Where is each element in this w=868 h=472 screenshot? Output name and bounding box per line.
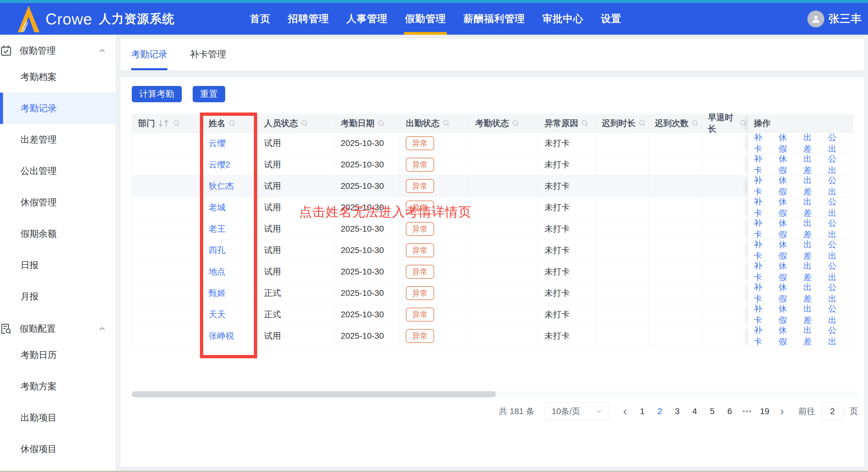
page-number-4[interactable]: 4 xyxy=(688,407,702,416)
action-link-出差[interactable]: 出差 xyxy=(804,239,819,262)
prev-page-button[interactable]: ‹ xyxy=(619,406,631,417)
page-number-3[interactable]: 3 xyxy=(670,407,684,416)
action-link-公出[interactable]: 公出 xyxy=(828,196,844,219)
page-number-2[interactable]: 2 xyxy=(653,407,666,416)
action-link-补卡[interactable]: 补卡 xyxy=(754,282,769,305)
nav-item-假勤管理[interactable]: 假勤管理 xyxy=(396,3,455,35)
nav-item-招聘管理[interactable]: 招聘管理 xyxy=(279,3,338,35)
action-link-休假[interactable]: 休假 xyxy=(778,239,794,262)
action-link-公出[interactable]: 公出 xyxy=(828,132,844,155)
action-link-出差[interactable]: 出差 xyxy=(804,196,819,219)
sidebar-item-考勤方案[interactable]: 考勤方案 xyxy=(0,371,116,402)
action-link-休假[interactable]: 休假 xyxy=(778,303,794,326)
action-link-休假[interactable]: 休假 xyxy=(778,282,794,305)
reset-button[interactable]: 重置 xyxy=(193,86,225,102)
action-link-补卡[interactable]: 补卡 xyxy=(754,153,769,176)
action-link-出差[interactable]: 出差 xyxy=(804,260,819,283)
column-header-考勤状态[interactable]: 考勤状态 xyxy=(469,114,538,133)
action-link-补卡[interactable]: 补卡 xyxy=(754,325,769,348)
action-link-补卡[interactable]: 补卡 xyxy=(754,217,769,240)
horizontal-scrollbar[interactable] xyxy=(132,391,859,397)
goto-page-input[interactable] xyxy=(821,402,844,420)
action-link-公出[interactable]: 公出 xyxy=(828,325,844,348)
action-link-补卡[interactable]: 补卡 xyxy=(754,260,769,283)
page-number-19[interactable]: 19 xyxy=(758,407,772,416)
tab-考勤记录[interactable]: 考勤记录 xyxy=(131,39,167,70)
column-header-姓名[interactable]: 姓名 xyxy=(203,114,258,133)
page-ellipsis[interactable]: ••• xyxy=(740,407,754,416)
action-link-休假[interactable]: 休假 xyxy=(778,260,794,283)
page-number-5[interactable]: 5 xyxy=(705,407,719,416)
action-link-公出[interactable]: 公出 xyxy=(828,239,844,262)
action-link-出差[interactable]: 出差 xyxy=(804,153,819,176)
sidebar-item-日报[interactable]: 日报 xyxy=(0,249,116,281)
action-link-休假[interactable]: 休假 xyxy=(778,175,794,198)
employee-name-link[interactable]: 老王 xyxy=(209,223,225,235)
action-link-补卡[interactable]: 补卡 xyxy=(754,196,769,219)
sidebar-item-假期余额[interactable]: 假期余额 xyxy=(0,218,116,249)
horizontal-scrollbar-thumb[interactable] xyxy=(132,391,496,397)
column-header-操作[interactable]: 操作 xyxy=(748,114,853,133)
action-link-公出[interactable]: 公出 xyxy=(828,282,844,305)
sidebar-group-假勤配置[interactable]: 假勤配置 xyxy=(0,318,116,339)
column-header-部门[interactable]: 部门 xyxy=(132,114,203,133)
employee-name-link[interactable]: 天天 xyxy=(209,309,225,320)
nav-item-首页[interactable]: 首页 xyxy=(241,3,279,35)
column-header-人员状态[interactable]: 人员状态 xyxy=(258,114,335,133)
column-header-早退时长[interactable]: 早退时长 xyxy=(702,114,748,133)
action-link-休假[interactable]: 休假 xyxy=(778,217,794,240)
sidebar-item-考勤日历[interactable]: 考勤日历 xyxy=(0,339,116,371)
action-link-出差[interactable]: 出差 xyxy=(804,325,819,348)
column-header-出勤状态[interactable]: 出勤状态 xyxy=(400,114,469,133)
nav-item-设置[interactable]: 设置 xyxy=(592,3,630,35)
action-link-补卡[interactable]: 补卡 xyxy=(754,175,769,198)
sidebar-item-休假项目[interactable]: 休假项目 xyxy=(0,433,116,465)
action-link-公出[interactable]: 公出 xyxy=(828,260,844,283)
vertical-scrollbar[interactable] xyxy=(864,35,868,472)
action-link-休假[interactable]: 休假 xyxy=(778,153,794,176)
column-header-考勤日期[interactable]: 考勤日期 xyxy=(335,114,400,133)
nav-item-薪酬福利管理[interactable]: 薪酬福利管理 xyxy=(455,3,534,35)
employee-name-link[interactable]: 狄仁杰 xyxy=(209,180,234,192)
employee-name-link[interactable]: 张峥税 xyxy=(209,330,234,342)
action-link-公出[interactable]: 公出 xyxy=(828,217,844,240)
nav-item-人事管理[interactable]: 人事管理 xyxy=(338,3,396,35)
employee-name-link[interactable]: 老城 xyxy=(209,202,225,213)
column-header-异常原因[interactable]: 异常原因 xyxy=(538,114,596,133)
nav-item-审批中心[interactable]: 审批中心 xyxy=(534,3,592,35)
sidebar-group-假勤管理[interactable]: 假勤管理 xyxy=(0,40,116,61)
column-header-迟到时长[interactable]: 迟到时长 xyxy=(596,114,649,133)
employee-name-link[interactable]: 云缨2 xyxy=(209,159,230,170)
employee-name-link[interactable]: 四孔 xyxy=(209,244,225,256)
action-link-出差[interactable]: 出差 xyxy=(804,175,819,198)
action-link-出差[interactable]: 出差 xyxy=(804,282,819,305)
sidebar-item-休假管理[interactable]: 休假管理 xyxy=(0,187,116,218)
action-link-补卡[interactable]: 补卡 xyxy=(754,303,769,326)
sidebar-item-考勤记录[interactable]: 考勤记录 xyxy=(0,93,116,124)
action-link-补卡[interactable]: 补卡 xyxy=(754,132,769,155)
action-link-休假[interactable]: 休假 xyxy=(778,132,794,155)
action-link-补卡[interactable]: 补卡 xyxy=(754,239,769,262)
sidebar-item-出勤项目[interactable]: 出勤项目 xyxy=(0,402,116,433)
action-link-休假[interactable]: 休假 xyxy=(778,196,794,219)
page-size-select[interactable]: 10条/页 xyxy=(544,402,609,420)
next-page-button[interactable]: › xyxy=(776,406,788,417)
page-number-1[interactable]: 1 xyxy=(635,407,649,416)
action-link-公出[interactable]: 公出 xyxy=(828,175,844,198)
action-link-公出[interactable]: 公出 xyxy=(828,303,844,326)
user-menu[interactable]: 张三丰 xyxy=(807,3,862,35)
sidebar-item-公出管理[interactable]: 公出管理 xyxy=(0,155,116,187)
action-link-休假[interactable]: 休假 xyxy=(778,325,794,348)
action-link-出差[interactable]: 出差 xyxy=(804,217,819,240)
page-number-6[interactable]: 6 xyxy=(723,407,737,416)
employee-name-link[interactable]: 甄姬 xyxy=(209,288,225,299)
calculate-attendance-button[interactable]: 计算考勤 xyxy=(132,86,182,102)
action-link-公出[interactable]: 公出 xyxy=(828,153,844,176)
employee-name-link[interactable]: 云缨 xyxy=(209,138,225,149)
tab-补卡管理[interactable]: 补卡管理 xyxy=(190,39,226,70)
action-link-出差[interactable]: 出差 xyxy=(804,303,819,326)
sidebar-item-考勤档案[interactable]: 考勤档案 xyxy=(0,61,116,93)
action-link-出差[interactable]: 出差 xyxy=(804,132,819,155)
sidebar-item-出差管理[interactable]: 出差管理 xyxy=(0,124,116,155)
column-header-迟到次数[interactable]: 迟到次数 xyxy=(649,114,702,133)
